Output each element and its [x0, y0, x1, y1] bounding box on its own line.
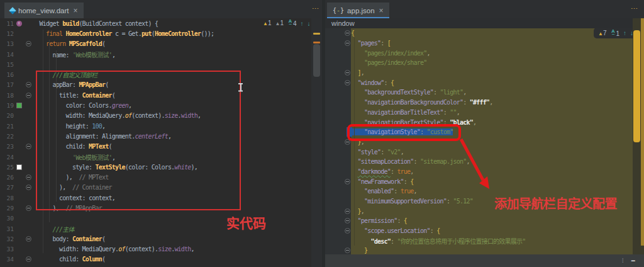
code-line[interactable]: 25 style: TextStyle(color: Colors.white)… — [0, 162, 311, 172]
code-line[interactable]: 33 width: MediaQuery.of(context).size.wi… — [0, 244, 311, 254]
code-line[interactable]: 22 "desc": "你的位置信息将用于小程序位置接口的效果展示" — [325, 236, 633, 246]
code-line[interactable]: 21 "scope.userLocation": { — [325, 226, 633, 236]
fold-region-icon[interactable] — [26, 82, 31, 88]
code-line[interactable]: 9 "navigationBarTitleText": "", — [325, 108, 633, 118]
code-text[interactable]: color: Colors.green, — [33, 102, 311, 109]
fold-region-icon[interactable] — [345, 208, 350, 214]
minimize-icon[interactable]: − — [631, 256, 635, 265]
code-line[interactable]: 18 title: Container( — [0, 90, 311, 100]
code-line[interactable]: 2 "pages": [ — [325, 38, 633, 48]
code-text[interactable]: context: context, — [33, 195, 311, 202]
code-line[interactable]: 22 alignment: Alignment.centerLeft, — [0, 131, 311, 141]
close-tab-icon[interactable]: × — [379, 6, 384, 15]
code-text[interactable]: child: MPText( — [33, 143, 311, 150]
inspections-widget[interactable]: ▲7 A~1 ↑ ↓ — [594, 28, 638, 38]
code-text[interactable]: ///自定义顶部栏 — [33, 70, 311, 79]
code-line[interactable]: 5 ], — [325, 68, 633, 78]
code-text[interactable]: "enabled": true, — [351, 188, 633, 195]
code-line[interactable]: 7 "backgroundTextStyle": "light", — [325, 88, 633, 98]
code-text[interactable]: final HomeController c = Get.put(HomeCon… — [33, 30, 311, 37]
code-line[interactable]: 23 child: MPText( — [0, 142, 311, 152]
code-text[interactable]: "sitemapLocation": "sitemap.json", — [351, 158, 633, 165]
code-line[interactable]: 21 height: 100, — [0, 121, 311, 131]
code-line[interactable]: 31 ///主体 — [0, 224, 311, 234]
fold-region-icon[interactable] — [26, 236, 31, 242]
code-text[interactable]: width: MediaQuery.of(context).size.width… — [33, 246, 311, 253]
override-method-icon[interactable]: ↑ — [16, 21, 22, 26]
code-line[interactable]: 12 final HomeController c = Get.put(Home… — [0, 28, 311, 38]
code-line[interactable]: 17 appBar: MPAppBar( — [0, 80, 311, 90]
code-text[interactable]: }, — [351, 208, 633, 215]
color-swatch-icon[interactable] — [16, 164, 22, 170]
code-line[interactable]: 28 context: context, — [0, 193, 311, 203]
fold-region-icon[interactable] — [26, 185, 31, 190]
code-text[interactable]: ), // MPAppBar — [33, 205, 311, 212]
code-text[interactable]: ///主体 — [33, 224, 311, 234]
prev-issue-icon[interactable]: ↑ — [301, 20, 304, 27]
code-text[interactable]: "navigationStyle": "custom" — [351, 128, 633, 135]
dart-code-editor[interactable]: 11↑ Widget build(BuildContext context) {… — [0, 18, 311, 267]
code-text[interactable]: "pages/index/share" — [351, 59, 633, 66]
fold-region-icon[interactable] — [26, 41, 31, 47]
code-text[interactable]: alignment: Alignment.centerLeft, — [33, 133, 311, 140]
code-text[interactable]: "permission": { — [351, 217, 633, 224]
fold-region-icon[interactable] — [345, 80, 350, 86]
left-scroll-stripe[interactable] — [311, 18, 322, 267]
code-line[interactable]: 15 "darkmode": true, — [325, 167, 633, 177]
fold-region-icon[interactable] — [345, 179, 350, 185]
code-line[interactable]: 19 color: Colors.green, — [0, 100, 311, 110]
code-line[interactable]: 16 ///自定义顶部栏 — [0, 69, 311, 79]
code-line[interactable]: 13 "style": "v2", — [325, 147, 633, 157]
code-line[interactable]: 34 child: Column( — [0, 254, 311, 264]
code-text[interactable]: style: TextStyle(color: Colors.white), — [33, 164, 311, 171]
code-line[interactable]: 29 ), // MPAppBar — [0, 203, 311, 213]
code-text[interactable]: height: 100, — [33, 123, 311, 130]
code-line[interactable]: 3 "pages/index/index", — [325, 48, 633, 58]
code-text[interactable]: "newFramework": { — [351, 178, 633, 185]
scrollbar-thumb[interactable] — [313, 44, 320, 77]
breadcrumb-item-window[interactable]: window — [331, 20, 355, 27]
json-code-editor[interactable]: 1{2 "pages": [3 "pages/index/index",4 "p… — [325, 28, 633, 254]
code-line[interactable]: 20 "permission": { — [325, 216, 633, 226]
code-line[interactable]: 1{ — [325, 28, 633, 38]
more-options-icon[interactable]: ⋮ — [633, 5, 636, 12]
code-line[interactable]: 14 "sitemapLocation": "sitemap.json", — [325, 157, 633, 167]
code-text[interactable]: appBar: MPAppBar( — [33, 81, 311, 88]
code-line[interactable]: 14 name: 'Web模板测试', — [0, 49, 311, 59]
fold-region-icon[interactable] — [345, 139, 350, 145]
breadcrumb[interactable]: window — [325, 18, 644, 28]
code-line[interactable]: 32 body: Container( — [0, 234, 311, 244]
code-text[interactable]: "desc": "你的位置信息将用于小程序位置接口的效果展示" — [351, 236, 633, 246]
code-text[interactable]: { — [351, 30, 633, 37]
code-line[interactable]: 10 "navigationBarTextStyle": "black", — [325, 117, 633, 127]
code-line[interactable]: 27 ), // Container — [0, 183, 311, 193]
prev-issue-icon[interactable]: ↑ — [623, 30, 626, 37]
warning-mark[interactable] — [313, 33, 320, 35]
code-text[interactable]: title: Container( — [33, 92, 311, 99]
code-line[interactable]: 6 "window": { — [325, 77, 633, 88]
fold-region-icon[interactable] — [26, 93, 31, 98]
code-text[interactable]: width: MediaQuery.of(context).size.width… — [33, 112, 311, 119]
code-text[interactable]: ), // MPText — [33, 174, 311, 181]
code-text[interactable]: "navigationBarBackgroundColor": "#fff", — [351, 99, 633, 106]
code-line[interactable]: 12 }, — [325, 137, 633, 147]
horizontal-scrollbar-strip[interactable]: ⁞ − — [325, 254, 644, 267]
scrollbar-thumb[interactable] — [633, 30, 640, 142]
code-line[interactable]: 11 "navigationStyle": "custom" — [325, 127, 633, 137]
code-line[interactable]: 15 — [0, 59, 311, 69]
fold-region-icon[interactable] — [26, 174, 31, 180]
code-line[interactable]: 26 ), // MPText — [0, 172, 311, 182]
code-text[interactable]: name: 'Web模板测试', — [33, 50, 311, 59]
code-text[interactable]: "pages/index/index", — [351, 50, 633, 57]
close-tab-icon[interactable]: × — [74, 6, 78, 15]
code-line[interactable]: 17 "enabled": true, — [325, 186, 633, 196]
code-line[interactable]: 13 return MPScaffold( — [0, 39, 311, 49]
code-line[interactable]: 8 "navigationBarBackgroundColor": "#fff"… — [325, 98, 633, 108]
code-text[interactable]: "minimumSupportedVersion": "5.12" — [351, 198, 633, 205]
right-scroll-stripe[interactable] — [633, 18, 644, 254]
code-text[interactable]: return MPScaffold( — [33, 40, 311, 47]
code-line[interactable]: 23 } — [325, 246, 633, 254]
more-options-icon[interactable]: ⋮ — [314, 5, 317, 12]
tab-home-view-dart[interactable]: home_view.dart × — [4, 3, 84, 18]
fold-region-icon[interactable] — [26, 144, 31, 149]
